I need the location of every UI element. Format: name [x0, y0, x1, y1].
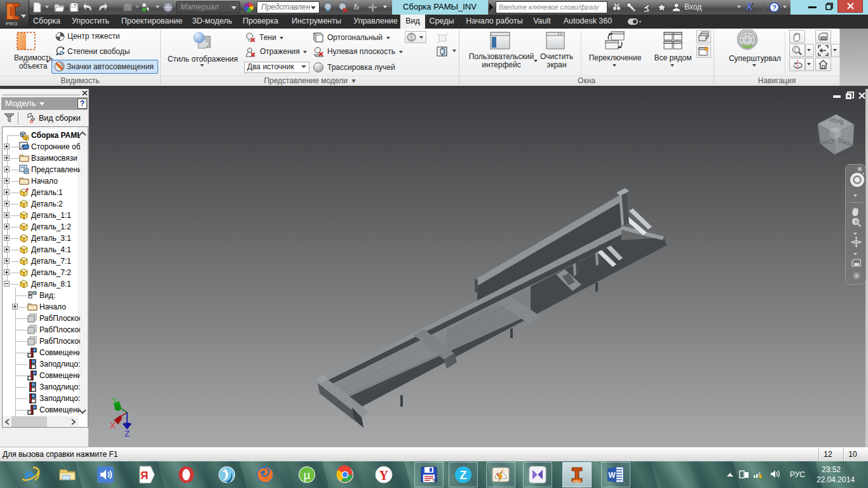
svg-text:W: W	[608, 471, 616, 480]
svg-text:Я: Я	[140, 470, 148, 482]
svg-text:!: !	[762, 475, 763, 478]
svg-text:Б4: Б4	[433, 478, 438, 482]
svg-text:Z: Z	[460, 469, 467, 482]
svg-text:X: X	[110, 421, 116, 430]
svg-text:PRO: PRO	[574, 480, 581, 484]
svg-text:Z: Z	[125, 429, 130, 438]
svg-text:e: e	[24, 466, 34, 485]
svg-text:Y: Y	[379, 468, 389, 482]
svg-text:µ: µ	[304, 469, 310, 482]
svg-text:Y: Y	[112, 397, 118, 405]
svg-text:?: ?	[772, 4, 776, 11]
